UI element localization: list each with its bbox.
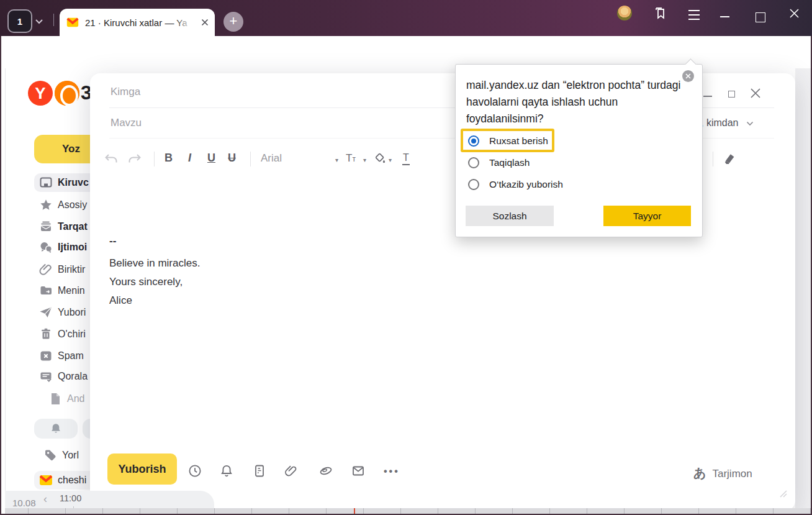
chevron-down-icon[interactable]: ▾ — [335, 157, 338, 163]
attach-from-mail-icon[interactable] — [351, 463, 366, 478]
new-tab-button[interactable]: + — [223, 12, 243, 32]
tab-close-icon[interactable] — [201, 19, 209, 26]
window-border-left — [0, 36, 1, 515]
text-color-icon[interactable]: T — [402, 152, 410, 165]
compose-close-icon[interactable] — [750, 88, 761, 99]
translator-button[interactable]: あTarjimon — [693, 465, 752, 481]
yandex-mail-favicon — [66, 16, 79, 29]
radio-icon[interactable] — [468, 179, 479, 190]
radio-icon[interactable] — [468, 157, 479, 168]
titlebar-divider — [53, 14, 54, 26]
strikethrough-icon[interactable]: U — [228, 152, 236, 165]
fill-color-icon[interactable] — [374, 152, 386, 164]
file-icon — [48, 391, 63, 406]
schedule-date: 10.08 — [12, 498, 36, 508]
send-button[interactable]: Yuborish — [107, 453, 177, 485]
current-time-marker — [354, 508, 355, 514]
toolbar-divider — [154, 152, 155, 166]
sidebar-edge-line — [5, 68, 6, 515]
maximize-button[interactable] — [756, 12, 765, 22]
folder-icon — [38, 283, 53, 298]
dialog-close-button[interactable] — [682, 70, 694, 82]
eraser-icon[interactable] — [722, 152, 737, 166]
inbox-icon — [38, 175, 53, 190]
chevron-left-icon[interactable]: ‹ — [43, 493, 47, 506]
redo-icon[interactable] — [127, 153, 142, 165]
settings-button[interactable]: Sozlash — [466, 206, 554, 226]
tab-group-chip[interactable]: 1 — [7, 9, 32, 33]
to-field[interactable] — [109, 85, 372, 99]
attach-file-icon[interactable] — [284, 463, 299, 478]
yandex-logo-icon[interactable]: Y — [28, 81, 53, 106]
radio-option-block[interactable]: Taqiqlash — [468, 157, 530, 169]
spam-icon — [38, 349, 53, 363]
permission-dialog: mail.yandex.uz dan “elektron pochta” tur… — [455, 64, 703, 237]
yandex-disk-icon[interactable] — [318, 463, 333, 478]
close-icon — [685, 73, 691, 79]
notify-icon[interactable] — [219, 463, 234, 478]
more-options-icon[interactable]: ••• — [384, 466, 400, 477]
drafts-icon — [38, 369, 53, 384]
close-window-icon[interactable] — [789, 8, 800, 19]
bold-icon[interactable]: B — [165, 152, 173, 165]
compose-minimize-button[interactable] — [703, 96, 712, 97]
yandex-mail-icon — [38, 473, 53, 488]
template-icon[interactable] — [252, 463, 267, 478]
sent-icon — [38, 305, 53, 320]
translator-icon: あ — [693, 466, 706, 480]
tab-title-fade — [175, 19, 196, 35]
resize-grip-icon[interactable] — [778, 488, 788, 498]
browser-titlebar: 1 21 · Kiruvchi xatlar — Ya + — [0, 0, 812, 36]
toolbar-divider — [250, 152, 251, 166]
font-family-select[interactable]: Arial — [261, 152, 282, 165]
tutorial-highlight-box — [461, 129, 554, 152]
compose-restore-button[interactable] — [728, 91, 735, 98]
signature-delimiter: -- — [109, 235, 116, 247]
subject-field[interactable] — [109, 116, 372, 130]
schedule-time: 11:00 — [60, 493, 81, 503]
newsletters-icon — [38, 219, 53, 234]
chevron-down-icon[interactable] — [35, 19, 43, 24]
yandex360-logo-icon — [55, 81, 79, 106]
chevron-down-icon[interactable]: ▾ — [363, 157, 366, 163]
done-button[interactable]: Tayyor — [603, 206, 691, 226]
menu-icon[interactable] — [687, 9, 701, 21]
schedule-send-icon[interactable] — [187, 463, 202, 478]
trash-icon — [38, 327, 53, 342]
bookmarks-panel-icon[interactable] — [652, 5, 668, 21]
notifications-pill[interactable] — [34, 419, 78, 439]
font-size-button[interactable]: Tт — [346, 152, 356, 165]
page-backdrop — [795, 68, 811, 515]
chevron-down-icon[interactable]: ▾ — [389, 157, 392, 163]
signature-line: Yours sincerely, — [109, 276, 183, 288]
tag-icon — [43, 448, 58, 463]
bell-icon — [49, 422, 63, 435]
signature-line: Alice — [109, 294, 132, 307]
from-selector[interactable]: , kimdan — [701, 117, 754, 129]
chevron-down-icon — [746, 121, 754, 126]
underline-icon[interactable]: U — [207, 152, 215, 165]
browser-window: 1 21 · Kiruvchi xatlar — Ya + Я mail.yan… — [0, 0, 812, 515]
active-tab[interactable]: 21 · Kiruvchi xatlar — Ya — [60, 9, 215, 36]
italic-icon[interactable]: I — [188, 152, 191, 165]
undo-icon[interactable] — [104, 153, 119, 165]
paperclip-icon — [38, 262, 53, 277]
dialog-message: mail.yandex.uz dan “elektron pochta” tur… — [466, 77, 682, 127]
timeline-ruler[interactable] — [5, 508, 811, 514]
signature-line: Believe in miracles. — [109, 257, 200, 270]
minimize-button[interactable] — [720, 16, 729, 17]
toolbar-divider — [713, 152, 713, 166]
star-icon — [38, 198, 53, 212]
social-icon — [38, 240, 53, 255]
radio-option-skip[interactable]: O‘tkazib yuborish — [468, 178, 563, 191]
avatar[interactable] — [617, 6, 632, 21]
tab-group-count: 1 — [17, 16, 22, 27]
